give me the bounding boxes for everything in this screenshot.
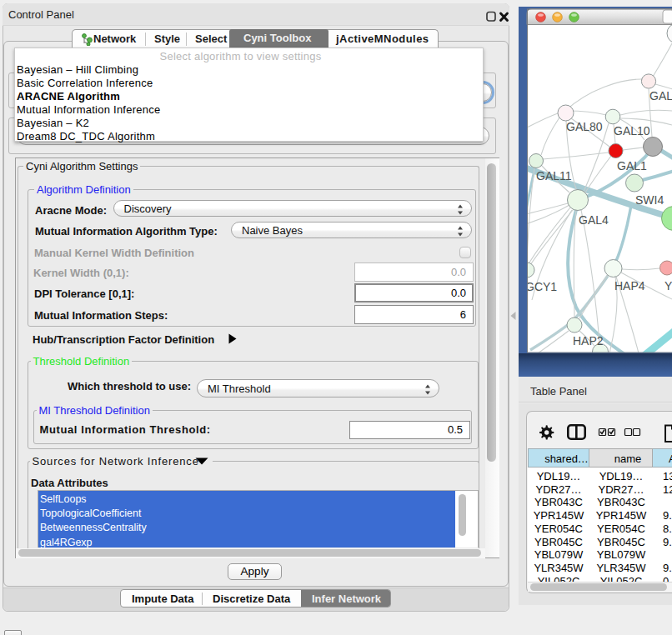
svg-text:GCY1: GCY1 [525, 280, 557, 293]
svg-text:GAL11: GAL11 [536, 169, 572, 182]
svg-text:HAP4: HAP4 [614, 279, 645, 292]
svg-text:HAP2: HAP2 [573, 334, 604, 348]
svg-text:GAL1: GAL1 [617, 159, 647, 172]
svg-text:GAL10: GAL10 [614, 124, 650, 138]
svg-text:SWI4: SWI4 [635, 193, 664, 207]
svg-text:GAL4: GAL4 [579, 213, 609, 227]
svg-text:Y: Y [664, 279, 672, 292]
svg-text:GAL2: GAL2 [649, 89, 672, 102]
svg-text:GAL80: GAL80 [566, 120, 603, 133]
